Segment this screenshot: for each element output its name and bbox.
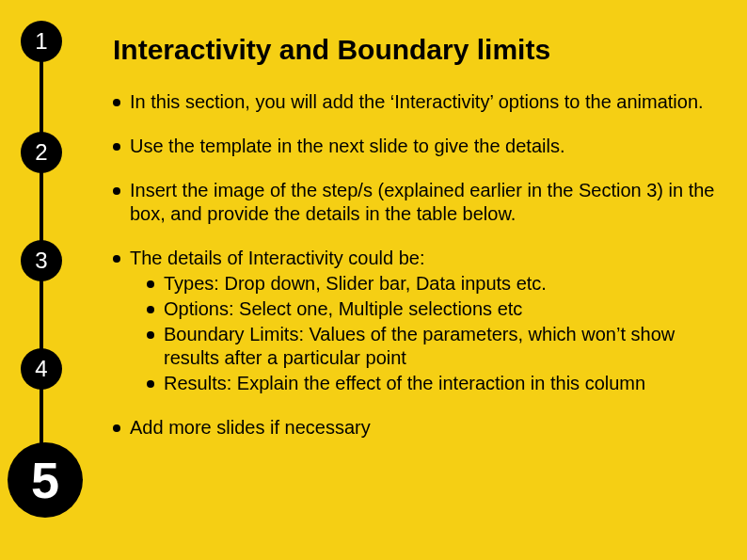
sub-bullet-text: Results: Explain the effect of the inter… <box>164 372 719 395</box>
bullet-dot-icon <box>113 187 120 195</box>
bullet-text: Use the template in the next slide to gi… <box>130 135 719 158</box>
bullet-dot-icon <box>113 143 120 151</box>
sub-bullet-list: Types: Drop down, Slider bar, Data input… <box>130 272 719 395</box>
bullet-dot-icon <box>147 280 154 288</box>
bullet-text: Insert the image of the step/s (explaine… <box>130 179 719 226</box>
bullet-dot-icon <box>113 255 120 263</box>
bullet-item: The details of Interactivity could be: T… <box>113 247 719 395</box>
sub-bullet-item: Types: Drop down, Slider bar, Data input… <box>147 272 719 296</box>
bullet-lead: The details of Interactivity could be: <box>130 248 425 268</box>
bullet-dot-icon <box>113 99 120 106</box>
step-navigation: 1 2 3 4 5 <box>0 0 103 560</box>
bullet-dot-icon <box>147 331 154 339</box>
step-2[interactable]: 2 <box>21 132 62 173</box>
bullet-dot-icon <box>147 306 154 313</box>
sub-bullet-item: Options: Select one, Multiple selections… <box>147 297 719 321</box>
step-1[interactable]: 1 <box>21 21 62 62</box>
slide: 1 2 3 4 5 Interactivity and Boundary lim… <box>0 0 747 560</box>
bullet-item: Insert the image of the step/s (explaine… <box>113 179 719 226</box>
bullet-list: In this section, you will add the ‘Inter… <box>113 90 719 440</box>
slide-content: Interactivity and Boundary limits In thi… <box>103 0 747 560</box>
sub-bullet-item: Results: Explain the effect of the inter… <box>147 372 719 395</box>
bullet-dot-icon <box>147 380 154 388</box>
bullet-item: In this section, you will add the ‘Inter… <box>113 90 719 114</box>
bullet-item: Use the template in the next slide to gi… <box>113 135 719 158</box>
bullet-text: Add more slides if necessary <box>130 416 719 440</box>
step-5-active[interactable]: 5 <box>8 442 83 518</box>
sub-bullet-text: Boundary Limits: Values of the parameter… <box>164 323 719 370</box>
bullet-item: Add more slides if necessary <box>113 416 719 440</box>
bullet-text-group: The details of Interactivity could be: T… <box>130 247 719 395</box>
sub-bullet-item: Boundary Limits: Values of the parameter… <box>147 323 719 370</box>
bullet-dot-icon <box>113 424 120 432</box>
sub-bullet-text: Types: Drop down, Slider bar, Data input… <box>164 272 719 296</box>
sub-bullet-text: Options: Select one, Multiple selections… <box>164 297 719 321</box>
slide-title: Interactivity and Boundary limits <box>113 34 719 66</box>
bullet-text: In this section, you will add the ‘Inter… <box>130 90 719 114</box>
step-3[interactable]: 3 <box>21 240 62 281</box>
step-4[interactable]: 4 <box>21 348 62 390</box>
